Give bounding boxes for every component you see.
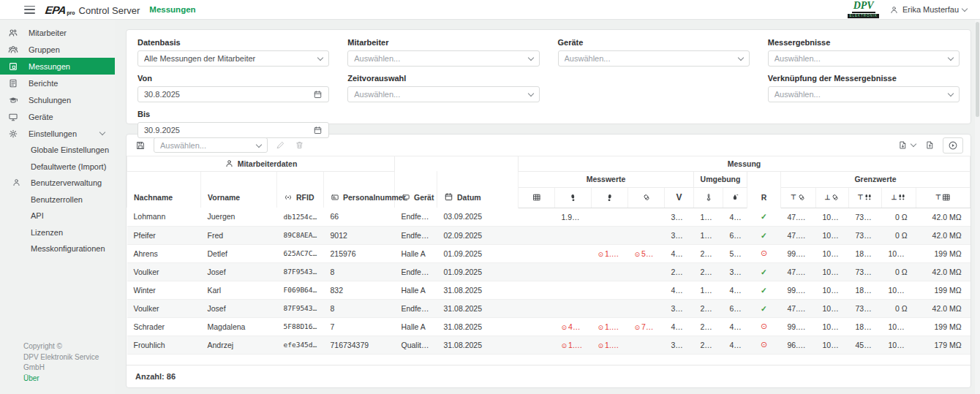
sidebar-item-einstellungen[interactable]: Einstellungen — [0, 125, 115, 142]
column-header-result[interactable]: R — [747, 171, 781, 208]
zeitvorauswahl-select[interactable]: Auswählen... — [347, 86, 539, 102]
sidebar-item-benutzerrollen[interactable]: Benutzerrollen — [0, 192, 115, 208]
cell-voltage: 31.1 V — [665, 299, 694, 317]
table-row[interactable]: WinterKarlF069B649C…832Halle A31.08.2025… — [127, 281, 970, 299]
column-header-voltage[interactable]: V — [665, 187, 694, 208]
cell-limit-min-feet: 100 kΩ — [882, 317, 916, 336]
save-view-button[interactable] — [134, 139, 147, 152]
column-header-limit-max-feet[interactable]: ⊤ — [849, 187, 882, 208]
run-button[interactable] — [943, 137, 963, 154]
cell-measure-resistance-matrix — [519, 317, 555, 336]
user-menu[interactable]: Erika Musterfau — [889, 5, 967, 15]
column-header-geraet[interactable]: Gerät — [395, 171, 437, 208]
calendar-icon — [313, 126, 323, 135]
table-row[interactable]: LohmannJuergendb1254ce7…66Endfertigung03… — [127, 208, 970, 226]
column-header-personalnummer[interactable]: Personalnummer — [324, 171, 395, 208]
messergebnisse-select[interactable]: Auswählen... — [768, 50, 960, 67]
cell-voltage: 31.5 V — [665, 336, 694, 354]
cell-voltage: 30.5 V — [665, 226, 694, 244]
geraete-select[interactable]: Auswählen... — [558, 50, 750, 67]
column-header-limit-max-wrist[interactable]: ⊤ — [781, 187, 816, 208]
about-link[interactable]: Über — [23, 374, 115, 384]
cell-limit-max-total: 42.0 MΩ — [916, 226, 970, 244]
epa-logo-text: EPA — [45, 4, 67, 16]
cell-limit-max-feet: 73.0 MΩ — [849, 208, 882, 226]
cell-humidity: 42 % — [723, 336, 747, 354]
column-header-humidity[interactable] — [723, 187, 747, 208]
sidebar-item-messkonfigurationen[interactable]: Messkonfigurationen — [0, 240, 115, 257]
copyright-line: Copyright © — [23, 341, 115, 352]
sidebar-item-messungen[interactable]: Messungen — [0, 58, 115, 75]
group-header-grenzwerte: Grenzwerte — [781, 171, 970, 187]
table-row[interactable]: PfeiferFred89C8AEADB…9012Endfertigung02.… — [127, 226, 970, 244]
sidebar-item-api[interactable]: API — [0, 208, 115, 224]
column-header-foot-left[interactable] — [555, 187, 592, 208]
sidebar-item-defaultwerte-import[interactable]: Defaultwerte (Import) — [0, 159, 115, 175]
column-header-foot-right[interactable] — [592, 187, 628, 208]
wrist-strap-icon — [642, 193, 651, 202]
cell-personalnummer: 716734379 — [324, 336, 395, 354]
view-select[interactable]: Auswählen... — [154, 137, 268, 153]
cell-measure-resistance-matrix — [519, 226, 555, 244]
save-icon — [135, 140, 146, 151]
column-header-resistance-matrix[interactable] — [519, 187, 555, 208]
filter-label-bis: Bis — [137, 110, 329, 118]
result-ok-icon: ✓ — [761, 212, 767, 221]
trainings-icon — [7, 94, 19, 106]
column-header-datum[interactable]: Datum — [437, 171, 519, 208]
column-header-nachname[interactable]: Nachname — [127, 171, 201, 208]
feet-pair-icon — [897, 193, 906, 202]
table-row[interactable]: SchraderMagdalena5F88D16FE…7Halle A31.08… — [127, 317, 970, 336]
id-badge-icon — [331, 193, 339, 202]
cell-geraet: Halle A — [395, 317, 437, 336]
column-header-limit-max-total[interactable]: ⊤ — [916, 187, 970, 208]
cell-result: ✓ — [747, 281, 781, 299]
report-button[interactable] — [924, 139, 936, 151]
cell-nachname: Winter — [127, 281, 201, 299]
group-header-mitarbeiterdaten: Mitarbeiterdaten — [127, 156, 395, 171]
sidebar-item-lizenzen[interactable]: Lizenzen — [0, 224, 115, 241]
cell-geraet: Endfertigung — [395, 299, 437, 317]
delete-view-button[interactable] — [293, 139, 306, 151]
export-button[interactable] — [897, 139, 917, 151]
table-row[interactable]: FrouhlichAndrzejefe345d52…716734379Quali… — [127, 336, 970, 354]
sidebar-item-geraete[interactable]: Geräte — [0, 108, 115, 125]
cell-measure-foot-right: ⊙1.93 MΩ — [592, 317, 628, 336]
table-row[interactable]: VoulkerJosef87F954333…8Endfertigung31.08… — [127, 299, 970, 317]
sidebar-item-schulungen[interactable]: Schulungen — [0, 91, 115, 108]
cell-measure-foot-right — [592, 281, 628, 299]
cell-measure-foot-left — [555, 262, 592, 281]
scrollbar-thumb[interactable] — [976, 22, 979, 117]
verknuepfung-select[interactable]: Auswählen... — [768, 86, 960, 102]
sidebar-item-gruppen[interactable]: Gruppen — [0, 41, 115, 58]
page-scrollbar[interactable] — [975, 20, 980, 394]
column-header-limit-min-wrist[interactable]: ⊥ — [816, 187, 849, 208]
column-header-temperature[interactable] — [694, 187, 723, 208]
cell-limit-max-wrist: 96.0 MΩ — [781, 336, 816, 354]
von-date-input[interactable]: 30.8.2025 — [137, 86, 329, 102]
export-file-icon — [898, 140, 908, 150]
column-header-rfid[interactable]: RFID — [277, 171, 324, 208]
column-header-wrist[interactable] — [628, 187, 665, 208]
sidebar-item-globale-einstellungen[interactable]: Globale Einstellungen — [0, 142, 115, 159]
sidebar-item-label: Berichte — [29, 79, 58, 88]
table-row[interactable]: VoulkerJosef87F954333…8Endfertigung01.09… — [127, 262, 970, 281]
mitarbeiter-select[interactable]: Auswählen... — [347, 50, 539, 67]
alert-icon: ⊙ — [598, 324, 604, 331]
sidebar-item-benutzerverwaltung[interactable]: Benutzerverwaltung — [0, 175, 115, 192]
datenbasis-select[interactable]: Alle Messungen der Mitarbeiter — [137, 50, 329, 67]
column-header-vorname[interactable]: Vorname — [201, 171, 277, 208]
cell-personalnummer: 9012 — [324, 226, 395, 244]
table-row[interactable]: AhrensDetlef625AC7CB2…215976Halle A01.09… — [127, 244, 970, 262]
group-header-umgebung: Umgebung — [694, 171, 747, 187]
cell-result: ✓ — [747, 262, 781, 281]
sidebar-item-mitarbeiter[interactable]: Mitarbeiter — [0, 24, 115, 41]
cell-nachname: Ahrens — [127, 244, 201, 262]
menu-icon[interactable] — [24, 6, 35, 14]
sidebar-item-berichte[interactable]: Berichte — [0, 75, 115, 91]
column-header-limit-min-feet[interactable]: ⊥ — [882, 187, 916, 208]
edit-view-button[interactable] — [274, 139, 287, 151]
sidebar-item-label: API — [31, 211, 44, 220]
limit-max-symbol: ⊤ — [858, 194, 864, 201]
cell-humidity: 34 % — [723, 262, 747, 281]
